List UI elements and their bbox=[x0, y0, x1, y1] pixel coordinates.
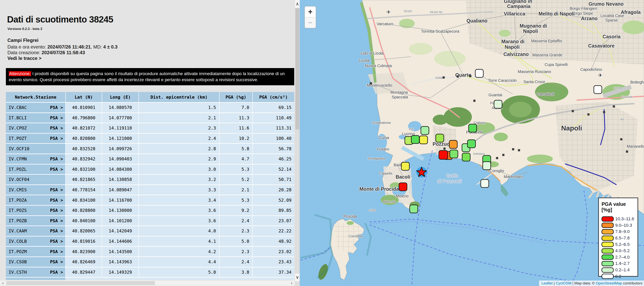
pga-percent-value: 2.4 bbox=[220, 216, 252, 226]
dist-value: 4.2 bbox=[139, 247, 219, 256]
dist-value: 2.3 bbox=[139, 123, 219, 133]
vertical-scrollbar-thumb[interactable] bbox=[296, 8, 299, 130]
creation-datetime-line: Data creazione: 2024/07/26 11:58:43 bbox=[8, 50, 85, 55]
station-code: IV.CMIS bbox=[8, 188, 27, 192]
pga-station-marker[interactable] bbox=[419, 136, 428, 144]
map-attribution: Leaflet | CyclOSM | Map data: © OpenStre… bbox=[539, 280, 644, 286]
legend-swatch bbox=[602, 268, 614, 273]
pga-station-marker[interactable] bbox=[482, 162, 491, 170]
pga-station-marker[interactable] bbox=[494, 100, 502, 108]
pga-station-marker[interactable] bbox=[462, 153, 470, 162]
psa-link[interactable]: PSA > bbox=[50, 228, 63, 234]
pga-station-marker[interactable] bbox=[436, 134, 444, 142]
pga-station-marker[interactable] bbox=[420, 126, 429, 135]
long-value: 14.121000 bbox=[102, 134, 138, 144]
psa-link[interactable]: PSA > bbox=[50, 249, 63, 254]
lat-value: 40.829447 bbox=[66, 268, 102, 277]
station-code: IT.POZS bbox=[8, 208, 27, 213]
psa-link[interactable]: PSA > bbox=[50, 270, 63, 275]
dist-value: 4.1 bbox=[139, 236, 219, 246]
psa-link[interactable]: PSA > bbox=[50, 136, 63, 141]
pga-station-marker[interactable] bbox=[468, 124, 477, 132]
pga-cms-value: 56.78 bbox=[253, 144, 294, 154]
lat-value: 40.796800 bbox=[66, 113, 102, 123]
pga-station-marker[interactable] bbox=[467, 140, 476, 148]
pga-station-marker[interactable] bbox=[410, 204, 418, 213]
attribution-link[interactable]: Leaflet bbox=[542, 281, 553, 286]
legend-swatch bbox=[602, 222, 614, 228]
psa-link[interactable]: PSA > bbox=[50, 218, 63, 223]
legend-item: 4.0–5.2 bbox=[602, 248, 635, 254]
vertical-scrollbar[interactable]: ∧ ∨ bbox=[295, 0, 300, 286]
zoom-in-button[interactable]: + bbox=[305, 6, 316, 17]
psa-link[interactable]: PSA > bbox=[50, 188, 63, 192]
legend-range-label: 1.4–2.7 bbox=[615, 261, 630, 266]
page: Dati di scuotimento 38245 Versione 0.2.3… bbox=[0, 0, 644, 286]
psa-link[interactable]: PSA > bbox=[50, 126, 63, 130]
legend-range-label: 0.2 bbox=[615, 274, 621, 279]
pga-station-marker[interactable] bbox=[594, 85, 602, 94]
pga-percent-value: 5.3 bbox=[220, 195, 252, 205]
legend-item: 2.7–4.0 bbox=[602, 254, 635, 260]
attribution-link[interactable]: OpenStreetMap bbox=[596, 281, 622, 286]
lat-value: 40.823900 bbox=[66, 247, 102, 256]
scroll-up-icon[interactable]: ∧ bbox=[295, 0, 300, 8]
epicenter-star-icon[interactable] bbox=[416, 166, 427, 178]
long-value: 14.099726 bbox=[102, 144, 138, 154]
long-value: 14.077700 bbox=[102, 113, 138, 123]
pga-percent-value: 5.2 bbox=[220, 175, 252, 184]
long-value: 14.143963 bbox=[102, 257, 138, 267]
pga-station-marker[interactable] bbox=[401, 162, 410, 170]
table-row: IT.POZMPSA >40.82390014.1435004.22.323.0… bbox=[6, 247, 294, 256]
pga-station-marker[interactable] bbox=[480, 179, 489, 188]
psa-link[interactable]: PSA > bbox=[50, 167, 63, 172]
attribution-link[interactable]: CyclOSM bbox=[556, 281, 572, 286]
pga-station-marker[interactable] bbox=[438, 150, 448, 160]
psa-link[interactable]: PSA > bbox=[50, 116, 63, 120]
pga-station-marker[interactable] bbox=[475, 69, 484, 78]
legend-item: 0.2 bbox=[602, 273, 635, 280]
lat-value: 40.840100 bbox=[66, 216, 102, 226]
long-value: 14.149329 bbox=[102, 268, 138, 277]
station-code: IT.POZB bbox=[8, 218, 27, 223]
dist-value: 3.2 bbox=[139, 175, 219, 184]
psa-link[interactable]: PSA > bbox=[50, 208, 63, 213]
long-value: 14.144606 bbox=[102, 236, 138, 246]
legend-items: 10.3–11.69.0–10.37.8–9.06.5–7.85.2–6.54.… bbox=[602, 216, 635, 280]
lat-value: 40.832528 bbox=[66, 144, 102, 154]
psa-link[interactable]: PSA > bbox=[50, 198, 63, 203]
psa-link[interactable]: PSA > bbox=[50, 156, 63, 162]
long-value: 14.130000 bbox=[102, 206, 138, 216]
dist-value: 3.3 bbox=[139, 185, 219, 195]
dist-value: 2.8 bbox=[139, 144, 219, 154]
scroll-down-icon[interactable]: ∨ bbox=[295, 274, 300, 281]
scroll-left-icon[interactable]: ‹ bbox=[0, 280, 6, 286]
horizontal-scrollbar-thumb[interactable] bbox=[6, 281, 155, 285]
horizontal-scrollbar[interactable]: ‹ › bbox=[0, 280, 294, 286]
attribution-text: contributors bbox=[622, 281, 642, 286]
scroll-right-icon[interactable]: › bbox=[289, 280, 294, 286]
pga-percent-value: 7.0 bbox=[220, 103, 252, 112]
legend-swatch bbox=[602, 261, 614, 266]
zoom-out-button[interactable]: − bbox=[305, 17, 316, 28]
psa-link[interactable]: PSA > bbox=[50, 105, 63, 110]
pga-cms-value: 100.40 bbox=[253, 134, 294, 144]
legend-item: 9.0–10.3 bbox=[602, 222, 635, 229]
pga-station-marker[interactable] bbox=[411, 135, 420, 144]
pga-station-marker[interactable] bbox=[399, 182, 407, 191]
attribution-text: | Map data: © bbox=[572, 281, 596, 286]
psa-link[interactable]: PSA > bbox=[50, 260, 63, 264]
legend-range-label: 5.2–6.5 bbox=[615, 242, 630, 247]
psa-link[interactable]: PSA > bbox=[50, 239, 63, 244]
station-code: IT.POZT bbox=[8, 136, 27, 141]
long-value: 14.116700 bbox=[102, 195, 138, 205]
table-row: IV.CSOBPSA >40.82646914.1439634.42.423.4… bbox=[6, 257, 294, 267]
table-header-row: Network.Stazione Lat (N) Long (E) Dist. … bbox=[6, 92, 294, 102]
leaflet-map[interactable]: Giugliano inCampaniaGrumo NevanoAfragola… bbox=[300, 0, 644, 286]
table-row: IT.POZAPSA >40.83410014.1167003.45.352.0… bbox=[6, 195, 294, 205]
pga-percent-value: 11.3 bbox=[220, 113, 252, 123]
pga-station-marker[interactable] bbox=[450, 150, 458, 158]
see-traces-link[interactable]: Vedi le tracce > bbox=[8, 56, 42, 61]
long-value: 14.143500 bbox=[102, 247, 138, 256]
pga-station-marker[interactable] bbox=[449, 140, 458, 149]
